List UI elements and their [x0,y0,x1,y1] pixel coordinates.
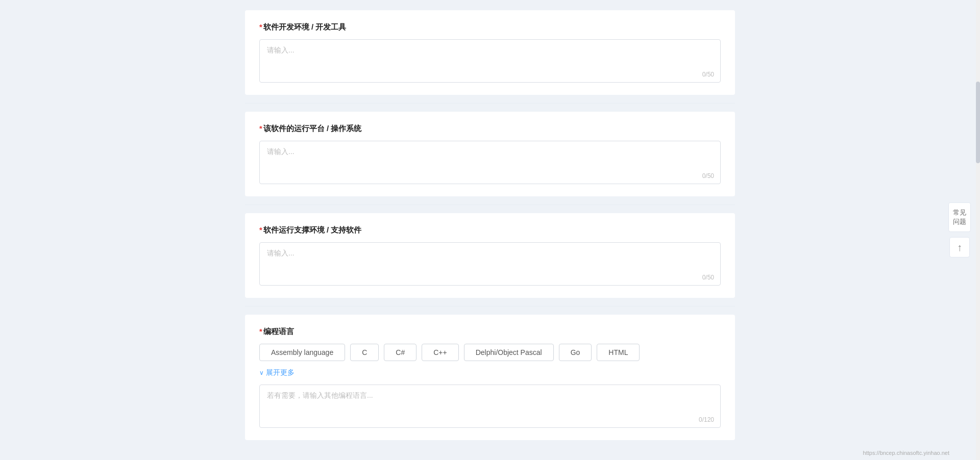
divider-2 [245,205,735,205]
section1-textarea-wrapper: 0/50 [259,39,721,83]
section4-required-star: * [259,327,262,336]
faq-label-line2: 问题 [953,218,966,225]
lang-chips-container: Assembly languageCC#C++Delphi/Object Pas… [259,344,721,361]
section-platform: *该软件的运行平台 / 操作系统 0/50 [245,112,735,196]
section3-char-count: 0/50 [702,274,714,281]
lang-chip-6[interactable]: HTML [597,344,640,361]
scrollbar-thumb[interactable] [976,82,980,163]
section4-label-text: 编程语言 [263,327,294,336]
section-programming-lang: *编程语言 Assembly languageCC#C++Delphi/Obje… [245,315,735,440]
lang-other-textarea-wrapper: 0/120 [259,385,721,428]
section3-textarea[interactable] [260,243,720,284]
section2-label-text: 该软件的运行平台 / 操作系统 [263,124,362,133]
section2-required-star: * [259,124,262,133]
page-wrapper: *软件开发环境 / 开发工具 0/50 *该软件的运行平台 / 操作系统 0/5… [0,0,980,460]
section3-label-text: 软件运行支撑环境 / 支持软件 [263,225,362,234]
expand-more-label: 展开更多 [266,368,295,377]
bottom-link: https://bncep.chinasoftc.yinhao.net [863,450,949,456]
main-content: *软件开发环境 / 开发工具 0/50 *该软件的运行平台 / 操作系统 0/5… [0,0,980,460]
section2-textarea-wrapper: 0/50 [259,141,721,184]
section1-char-count: 0/50 [702,71,714,78]
faq-button[interactable]: 常见 问题 [948,202,971,232]
section-support-env: *软件运行支撑环境 / 支持软件 0/50 [245,213,735,298]
form-container: *软件开发环境 / 开发工具 0/50 *该软件的运行平台 / 操作系统 0/5… [245,10,735,448]
section1-label: *软件开发环境 / 开发工具 [259,22,721,32]
section3-required-star: * [259,225,262,234]
section2-textarea[interactable] [260,141,720,182]
faq-label-line1: 常见 [953,209,966,216]
section-dev-env: *软件开发环境 / 开发工具 0/50 [245,10,735,95]
section4-label: *编程语言 [259,327,721,337]
lang-chip-4[interactable]: Delphi/Object Pascal [464,344,554,361]
section2-char-count: 0/50 [702,172,714,180]
lang-chip-5[interactable]: Go [559,344,592,361]
lang-chip-1[interactable]: C [350,344,379,361]
lang-chip-0[interactable]: Assembly language [259,344,345,361]
section1-required-star: * [259,22,262,31]
scroll-to-top-button[interactable]: ↑ [949,237,970,258]
section1-label-text: 软件开发环境 / 开发工具 [263,22,347,31]
section3-textarea-wrapper: 0/50 [259,242,721,286]
section1-textarea[interactable] [260,40,720,81]
divider-3 [245,306,735,306]
lang-char-count: 0/120 [699,416,714,423]
lang-chip-3[interactable]: C++ [422,344,458,361]
section2-label: *该软件的运行平台 / 操作系统 [259,124,721,134]
page-scrollbar [976,0,980,460]
section3-label: *软件运行支撑环境 / 支持软件 [259,225,721,235]
lang-other-textarea[interactable] [260,385,720,426]
divider-1 [245,103,735,104]
lang-chip-2[interactable]: C# [384,344,416,361]
expand-more-button[interactable]: ∨ 展开更多 [259,368,295,377]
arrow-up-icon: ↑ [957,242,962,253]
chevron-down-icon: ∨ [259,369,264,376]
right-sidebar: 常见 问题 ↑ [944,202,975,258]
